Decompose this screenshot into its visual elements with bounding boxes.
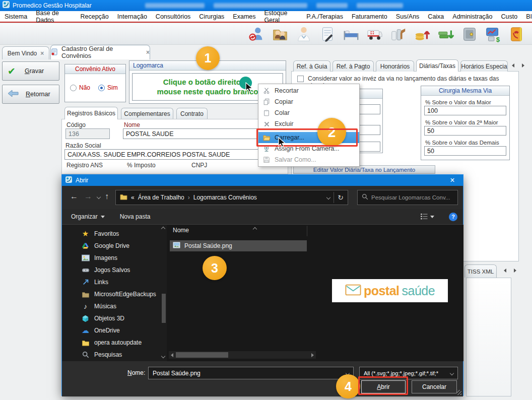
tab-bem-vindo[interactable]: Bem Vindo × — [2, 46, 49, 59]
nav-back-icon[interactable]: ← — [70, 192, 78, 201]
save-button[interactable]: ✔ Gravar — [2, 61, 59, 81]
sidebar-item-jogos-salvos[interactable]: Jogos Salvos — [62, 264, 167, 276]
patient-records-icon[interactable] — [271, 25, 289, 43]
menu-administracao[interactable]: Administração — [452, 13, 492, 20]
resize-grip[interactable] — [456, 390, 461, 395]
menu-custo[interactable]: Custo — [501, 13, 518, 20]
menu-sistema[interactable]: Sistema — [5, 13, 27, 20]
menu-cirurgias[interactable]: Cirurgias — [199, 13, 224, 20]
tab-horarios-especiais[interactable]: Horários Especia — [460, 60, 508, 72]
expenses-down-icon[interactable] — [437, 25, 455, 43]
address-bar[interactable]: « Área de Trabalho › Logomarcas Convênio… — [115, 190, 348, 205]
sidebar-item-links[interactable]: Links — [62, 276, 167, 288]
valor-maior-field[interactable]: 100 — [424, 106, 506, 115]
filename-combo[interactable]: Postal Saúde.png — [148, 367, 354, 379]
tab-honorarios[interactable]: Honorários — [376, 60, 414, 72]
hospital-bed-icon[interactable] — [342, 25, 360, 43]
menu-sus-ans[interactable]: Sus/Ans — [396, 13, 420, 20]
scrollbar-thumb[interactable] — [176, 352, 228, 358]
menu-internacao[interactable]: Internação — [117, 13, 147, 20]
view-mode-button[interactable] — [421, 214, 434, 220]
breadcrumb-logomarcas-convenios[interactable]: Logomarcas Convênios — [193, 194, 324, 201]
tab-scroll-right-icon[interactable] — [522, 63, 524, 68]
breadcrumb-area-de-trabalho[interactable]: Área de Trabalho — [138, 194, 184, 201]
close-tab-icon[interactable]: × — [146, 49, 150, 56]
checkbox-icon[interactable] — [297, 76, 304, 82]
pharmacy-icon[interactable] — [389, 25, 408, 43]
ambulance-icon[interactable] — [366, 25, 384, 43]
menu-consultorios[interactable]: Consultórios — [156, 13, 190, 20]
nav-history-chevron-icon[interactable] — [97, 195, 101, 199]
menu-bi[interactable]: BI — [526, 13, 532, 20]
radio-icon[interactable] — [70, 85, 77, 91]
sidebar-item-microsoftedgebackups[interactable]: MicrosoftEdgeBackups — [62, 288, 167, 300]
menu-item-salvar-como[interactable]: Salvar Como... — [258, 154, 359, 165]
sync-contacts-icon[interactable] — [247, 25, 265, 43]
menu-caixa[interactable]: Caixa — [428, 13, 444, 20]
radio-nao[interactable]: Não — [70, 84, 90, 91]
tab-scroll-right-icon[interactable] — [514, 269, 516, 273]
razao-social-field[interactable]: CAIXA ASS. SAUDE EMPR.CORREIOS POSTAL SA… — [64, 149, 283, 160]
sidebar-item-musicas[interactable]: ♪Músicas — [62, 300, 167, 312]
tab-label: TISS XML — [468, 269, 494, 275]
close-icon[interactable]: × — [442, 175, 463, 186]
close-tab-icon[interactable]: × — [40, 50, 44, 57]
breadcrumb-root-chevron[interactable]: « — [131, 194, 135, 201]
sidebar-item-opera-autoupdate[interactable]: opera autoupdate — [62, 337, 167, 349]
tab-tiss-xml[interactable]: TISS XML — [464, 264, 497, 278]
tab-complementares[interactable]: Complementares — [121, 108, 173, 119]
menu-exames[interactable]: Exames — [233, 13, 255, 20]
horizontal-scrollbar[interactable] — [169, 351, 316, 359]
menu-item-recortar[interactable]: Recortar — [258, 85, 359, 96]
cancel-button[interactable]: Cancelar — [412, 380, 457, 393]
file-row-postal-saude[interactable]: Postal Saúde.png — [170, 240, 307, 251]
back-button[interactable]: Retornar — [2, 85, 59, 104]
tab-contrato[interactable]: Contrato — [176, 108, 208, 119]
menu-estoque-geral[interactable]: Estoque Geral — [264, 10, 298, 24]
search-box[interactable] — [357, 190, 458, 205]
scrollbar-thumb[interactable] — [162, 294, 166, 323]
nav-up-icon[interactable]: ↑ — [105, 192, 109, 201]
sidebar-item-favoritos[interactable]: ★Favoritos — [62, 228, 167, 240]
new-folder-button[interactable]: Nova pasta — [120, 213, 151, 220]
help-button[interactable]: ? — [449, 213, 457, 221]
sidebar-item-imagens[interactable]: Imagens — [62, 252, 167, 264]
tree-scrollbar[interactable] — [160, 225, 167, 361]
radio-icon[interactable] — [98, 85, 105, 91]
tab-ref-pagto[interactable]: Ref. à Pagto — [332, 60, 374, 72]
svg-text:$: $ — [496, 36, 500, 43]
organize-button[interactable]: Organizar — [71, 213, 105, 220]
radio-sim[interactable]: Sim — [98, 84, 118, 91]
search-input[interactable] — [371, 194, 453, 201]
menu-pa-terapias[interactable]: P.A./Terapias — [306, 13, 343, 20]
tab-scroll-left-icon[interactable] — [512, 63, 514, 68]
menu-faturamento[interactable]: Faturamento — [352, 13, 387, 20]
contracts-icon[interactable] — [318, 25, 337, 43]
tab-scroll-left-icon[interactable] — [504, 269, 506, 273]
tab-cadastro-convenios[interactable]: Cadastro Geral de Convênios × — [50, 45, 150, 59]
menu-item-colar[interactable]: Colar — [258, 107, 359, 118]
envelope-heart-icon — [345, 284, 361, 298]
address-dropdown-icon[interactable] — [326, 195, 330, 199]
phone-directory-icon[interactable] — [508, 25, 526, 43]
sidebar-item-google-drive[interactable]: Google Drive — [62, 240, 167, 252]
sidebar-item-objetos-3d[interactable]: Objetos 3D — [62, 312, 167, 324]
refresh-icon[interactable]: ↻ — [338, 193, 344, 202]
financial-reports-icon[interactable]: $ — [484, 25, 502, 43]
tab-registros-basicos[interactable]: Registros Básicos — [64, 107, 118, 119]
revenue-up-icon[interactable] — [413, 25, 431, 43]
nav-forward-icon[interactable]: → — [84, 192, 92, 201]
tab-diarias-taxas[interactable]: Diárias/Taxas — [416, 59, 458, 72]
column-header-nome[interactable]: Nome — [173, 227, 189, 234]
safe-icon[interactable] — [460, 25, 479, 43]
doctor-icon[interactable] — [295, 25, 313, 43]
menu-recepcao[interactable]: Recepção — [80, 13, 108, 20]
valor-2-maior-field[interactable]: 50 — [424, 126, 506, 136]
tab-ref-guia[interactable]: Ref. à Guia — [293, 60, 330, 72]
menu-base-de-dados[interactable]: Base de Dados — [36, 10, 72, 24]
valor-demais-field[interactable]: 50 — [424, 146, 506, 156]
sidebar-item-pesquisas[interactable]: Pesquisas — [62, 349, 167, 361]
sidebar-item-onedrive[interactable]: ☁OneDrive — [62, 324, 167, 337]
column-divider[interactable] — [307, 226, 307, 236]
menu-item-copiar[interactable]: Copiar — [258, 96, 359, 107]
